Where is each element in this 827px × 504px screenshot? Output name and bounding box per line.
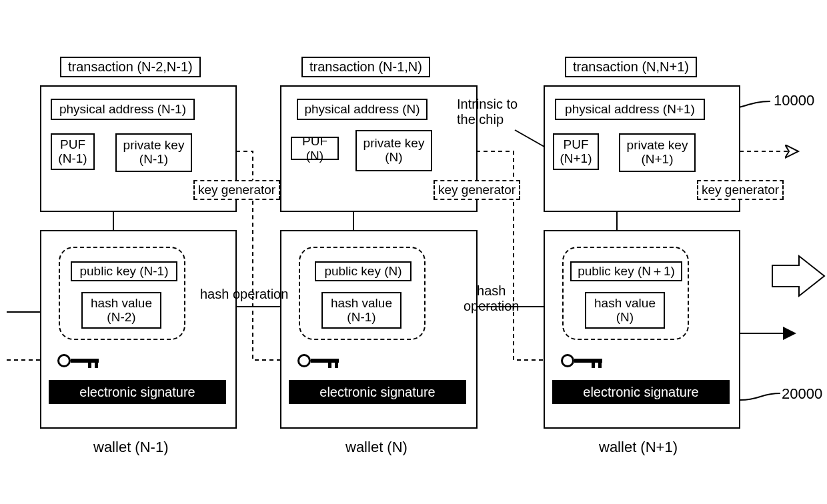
hash-value-n-2: hash value (N-2): [81, 292, 161, 329]
key-icon-3: [561, 352, 608, 369]
callout-20000: 20000: [782, 385, 822, 402]
physical-address-n1: physical address (N+1): [555, 99, 705, 120]
callout-10000: 10000: [774, 92, 814, 109]
intrinsic-label: Intrinsic to the chip: [457, 97, 518, 127]
public-key-n: public key (N): [315, 261, 411, 281]
key-generator-3: key generator: [697, 180, 784, 200]
transaction-label-2: transaction (N-1,N): [301, 57, 430, 77]
transaction-label-3: transaction (N,N+1): [565, 57, 697, 77]
private-key-n-1: private key (N-1): [115, 133, 192, 172]
hash-value-n: hash value (N): [585, 292, 665, 329]
public-key-n-1: public key (N-1): [71, 261, 177, 281]
puf-n1: PUF (N+1): [553, 133, 599, 170]
physical-address-n-1: physical address (N-1): [51, 99, 195, 120]
puf-n-1: PUF (N-1): [51, 133, 95, 170]
electronic-signature-2: electronic signature: [289, 380, 466, 404]
private-key-n1: private key (N+1): [619, 133, 696, 172]
wallet-label-1: wallet (N-1): [93, 439, 168, 456]
hash-operation-label-1: hash operation: [200, 287, 288, 302]
private-key-n: private key (N): [355, 130, 432, 171]
wallet-label-2: wallet (N): [345, 439, 407, 456]
wallet-label-3: wallet (N+1): [599, 439, 678, 456]
key-icon-1: [57, 352, 104, 369]
physical-address-n: physical address (N): [297, 99, 428, 120]
public-key-n1: public key (N＋1): [570, 261, 682, 281]
key-generator-2: key generator: [434, 180, 520, 200]
key-icon-2: [297, 352, 344, 369]
puf-n: PUF (N): [291, 137, 339, 160]
key-generator-1: key generator: [193, 180, 280, 200]
hash-value-n-1: hash value (N-1): [321, 292, 401, 329]
hash-operation-label-2: hash operation: [464, 283, 519, 314]
electronic-signature-1: electronic signature: [49, 380, 226, 404]
electronic-signature-3: electronic signature: [552, 380, 730, 404]
transaction-label-1: transaction (N-2,N-1): [60, 57, 201, 77]
